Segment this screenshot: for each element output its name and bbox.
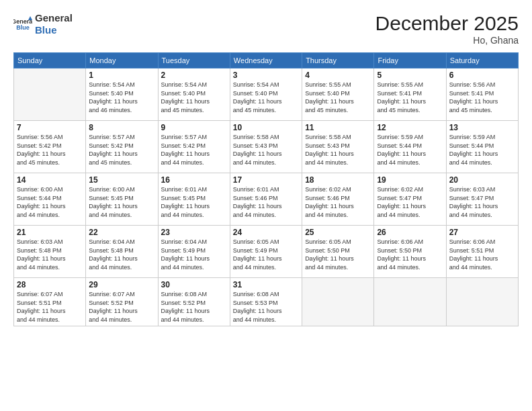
- calendar-cell: 6Sunrise: 5:56 AM Sunset: 5:41 PM Daylig…: [446, 68, 518, 121]
- day-info: Sunrise: 5:54 AM Sunset: 5:40 PM Dayligh…: [233, 81, 299, 114]
- calendar-cell: 7Sunrise: 5:56 AM Sunset: 5:42 PM Daylig…: [14, 121, 86, 173]
- day-number: 9: [161, 123, 227, 132]
- day-info: Sunrise: 6:06 AM Sunset: 5:50 PM Dayligh…: [377, 238, 443, 271]
- calendar-cell: 11Sunrise: 5:58 AM Sunset: 5:43 PM Dayli…: [302, 121, 374, 173]
- calendar-cell: 24Sunrise: 6:05 AM Sunset: 5:49 PM Dayli…: [230, 226, 302, 278]
- day-number: 26: [377, 228, 443, 237]
- header: General Blue General Blue December 2025 …: [13, 12, 519, 46]
- calendar-page: General Blue General Blue December 2025 …: [0, 0, 532, 411]
- day-info: Sunrise: 6:01 AM Sunset: 5:46 PM Dayligh…: [233, 185, 299, 219]
- day-number: 14: [17, 175, 83, 185]
- day-info: Sunrise: 6:03 AM Sunset: 5:47 PM Dayligh…: [449, 185, 515, 219]
- logo-blue: Blue: [35, 24, 57, 36]
- day-number: 7: [17, 123, 83, 132]
- day-number: 25: [305, 228, 371, 237]
- day-number: 11: [305, 123, 371, 132]
- calendar-cell: 20Sunrise: 6:03 AM Sunset: 5:47 PM Dayli…: [446, 173, 518, 226]
- day-number: 2: [161, 71, 227, 80]
- calendar-cell: 26Sunrise: 6:06 AM Sunset: 5:50 PM Dayli…: [374, 226, 446, 278]
- logo-icon: General Blue: [13, 15, 32, 34]
- day-number: 15: [89, 175, 154, 185]
- svg-text:Blue: Blue: [16, 24, 30, 31]
- calendar-cell: 9Sunrise: 5:57 AM Sunset: 5:42 PM Daylig…: [158, 121, 230, 173]
- day-info: Sunrise: 5:55 AM Sunset: 5:41 PM Dayligh…: [377, 81, 443, 114]
- calendar-cell: 1Sunrise: 5:54 AM Sunset: 5:40 PM Daylig…: [86, 68, 158, 121]
- weekday-header: Tuesday: [158, 53, 230, 68]
- day-number: 31: [233, 280, 299, 289]
- day-info: Sunrise: 5:56 AM Sunset: 5:41 PM Dayligh…: [449, 81, 515, 114]
- day-info: Sunrise: 5:54 AM Sunset: 5:40 PM Dayligh…: [161, 81, 227, 114]
- day-info: Sunrise: 5:54 AM Sunset: 5:40 PM Dayligh…: [89, 81, 154, 114]
- calendar-cell: [14, 68, 86, 121]
- day-info: Sunrise: 5:58 AM Sunset: 5:43 PM Dayligh…: [305, 133, 371, 167]
- calendar-cell: 2Sunrise: 5:54 AM Sunset: 5:40 PM Daylig…: [158, 68, 230, 121]
- day-number: 6: [449, 71, 515, 80]
- day-number: 27: [449, 228, 515, 237]
- calendar-subtitle: Ho, Ghana: [375, 35, 519, 46]
- calendar-cell: 23Sunrise: 6:04 AM Sunset: 5:49 PM Dayli…: [158, 226, 230, 278]
- calendar-cell: 8Sunrise: 5:57 AM Sunset: 5:42 PM Daylig…: [86, 121, 158, 173]
- day-info: Sunrise: 6:02 AM Sunset: 5:47 PM Dayligh…: [377, 185, 443, 219]
- day-number: 13: [449, 123, 515, 132]
- calendar-cell: 14Sunrise: 6:00 AM Sunset: 5:44 PM Dayli…: [14, 173, 86, 226]
- logo: General Blue General Blue: [13, 12, 73, 36]
- calendar-cell: [446, 278, 518, 326]
- day-info: Sunrise: 6:02 AM Sunset: 5:46 PM Dayligh…: [305, 185, 371, 219]
- day-number: 16: [161, 175, 227, 185]
- day-number: 28: [17, 280, 83, 289]
- day-info: Sunrise: 6:00 AM Sunset: 5:45 PM Dayligh…: [89, 185, 154, 219]
- day-info: Sunrise: 6:07 AM Sunset: 5:51 PM Dayligh…: [17, 290, 83, 324]
- day-info: Sunrise: 6:08 AM Sunset: 5:52 PM Dayligh…: [161, 290, 227, 324]
- day-info: Sunrise: 6:03 AM Sunset: 5:48 PM Dayligh…: [17, 238, 83, 271]
- day-info: Sunrise: 5:59 AM Sunset: 5:44 PM Dayligh…: [449, 133, 515, 167]
- day-number: 29: [89, 280, 154, 289]
- calendar-cell: 17Sunrise: 6:01 AM Sunset: 5:46 PM Dayli…: [230, 173, 302, 226]
- calendar-cell: 16Sunrise: 6:01 AM Sunset: 5:45 PM Dayli…: [158, 173, 230, 226]
- day-number: 21: [17, 228, 83, 237]
- day-info: Sunrise: 5:58 AM Sunset: 5:43 PM Dayligh…: [233, 133, 299, 167]
- logo-text: General Blue: [35, 12, 73, 36]
- calendar-cell: 10Sunrise: 5:58 AM Sunset: 5:43 PM Dayli…: [230, 121, 302, 173]
- calendar-cell: 18Sunrise: 6:02 AM Sunset: 5:46 PM Dayli…: [302, 173, 374, 226]
- calendar-cell: 25Sunrise: 6:05 AM Sunset: 5:50 PM Dayli…: [302, 226, 374, 278]
- day-info: Sunrise: 6:08 AM Sunset: 5:53 PM Dayligh…: [233, 290, 299, 324]
- calendar-cell: 12Sunrise: 5:59 AM Sunset: 5:44 PM Dayli…: [374, 121, 446, 173]
- day-number: 8: [89, 123, 154, 132]
- calendar-cell: 19Sunrise: 6:02 AM Sunset: 5:47 PM Dayli…: [374, 173, 446, 226]
- day-info: Sunrise: 6:04 AM Sunset: 5:49 PM Dayligh…: [161, 238, 227, 271]
- day-number: 18: [305, 175, 371, 185]
- day-info: Sunrise: 6:06 AM Sunset: 5:51 PM Dayligh…: [449, 238, 515, 271]
- day-number: 4: [305, 71, 371, 80]
- day-number: 20: [449, 175, 515, 185]
- weekday-header: Wednesday: [230, 53, 302, 68]
- calendar-cell: 13Sunrise: 5:59 AM Sunset: 5:44 PM Dayli…: [446, 121, 518, 173]
- day-number: 1: [89, 71, 154, 80]
- day-info: Sunrise: 6:00 AM Sunset: 5:44 PM Dayligh…: [17, 185, 83, 219]
- weekday-header: Friday: [374, 53, 446, 68]
- day-number: 17: [233, 175, 299, 185]
- weekday-header: Monday: [86, 53, 158, 68]
- calendar-cell: 15Sunrise: 6:00 AM Sunset: 5:45 PM Dayli…: [86, 173, 158, 226]
- day-number: 3: [233, 71, 299, 80]
- weekday-header-row: SundayMondayTuesdayWednesdayThursdayFrid…: [14, 53, 519, 68]
- calendar-title: December 2025: [375, 12, 519, 35]
- day-info: Sunrise: 6:05 AM Sunset: 5:49 PM Dayligh…: [233, 238, 299, 271]
- day-number: 30: [161, 280, 227, 289]
- day-info: Sunrise: 5:56 AM Sunset: 5:42 PM Dayligh…: [17, 133, 83, 167]
- weekday-header: Thursday: [302, 53, 374, 68]
- calendar-cell: 4Sunrise: 5:55 AM Sunset: 5:40 PM Daylig…: [302, 68, 374, 121]
- logo-general: General: [35, 12, 73, 24]
- day-number: 24: [233, 228, 299, 237]
- day-info: Sunrise: 6:05 AM Sunset: 5:50 PM Dayligh…: [305, 238, 371, 271]
- day-number: 5: [377, 71, 443, 80]
- calendar-cell: 29Sunrise: 6:07 AM Sunset: 5:52 PM Dayli…: [86, 278, 158, 326]
- day-info: Sunrise: 6:01 AM Sunset: 5:45 PM Dayligh…: [161, 185, 227, 219]
- calendar-cell: [302, 278, 374, 326]
- weekday-header: Saturday: [446, 53, 518, 68]
- day-number: 19: [377, 175, 443, 185]
- weekday-header: Sunday: [14, 53, 86, 68]
- calendar-cell: 22Sunrise: 6:04 AM Sunset: 5:48 PM Dayli…: [86, 226, 158, 278]
- day-info: Sunrise: 5:57 AM Sunset: 5:42 PM Dayligh…: [89, 133, 154, 167]
- calendar-cell: 30Sunrise: 6:08 AM Sunset: 5:52 PM Dayli…: [158, 278, 230, 326]
- calendar-cell: 3Sunrise: 5:54 AM Sunset: 5:40 PM Daylig…: [230, 68, 302, 121]
